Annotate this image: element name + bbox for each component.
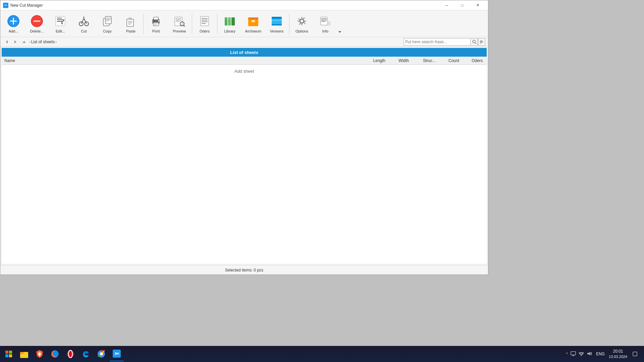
- svg-point-56: [300, 19, 304, 23]
- maximize-button[interactable]: □: [454, 0, 470, 10]
- svg-rect-59: [321, 20, 327, 20]
- app-icon: ✂: [3, 3, 8, 8]
- tray-monitor[interactable]: [571, 351, 576, 357]
- breadcrumb-item[interactable]: List of sheets: [31, 40, 55, 44]
- copy-icon: [101, 14, 114, 28]
- search-button[interactable]: [471, 38, 478, 46]
- taskbar-datetime: 20:01 13.03.2024: [609, 349, 627, 359]
- svg-rect-38: [201, 16, 209, 26]
- svg-rect-46: [225, 19, 227, 19]
- svg-rect-73: [5, 354, 8, 357]
- edge-icon: [81, 349, 91, 359]
- svg-rect-33: [176, 18, 181, 19]
- svg-line-37: [183, 25, 185, 26]
- cut-button[interactable]: Cut: [72, 11, 96, 37]
- col-length-header: Length: [361, 58, 388, 63]
- chrome-icon: [96, 349, 106, 359]
- svg-rect-34: [176, 20, 181, 20]
- archiwum-label: Archiwum: [245, 29, 261, 33]
- svg-rect-22: [129, 18, 131, 20]
- breadcrumb: › List of sheets ›: [29, 40, 402, 44]
- options-label: Options: [296, 29, 308, 33]
- add-icon: [7, 14, 20, 28]
- add-label: Add...: [9, 29, 18, 33]
- tray-volume[interactable]: [587, 351, 592, 357]
- start-button[interactable]: [1, 347, 16, 361]
- col-name-header: Name: [3, 58, 361, 63]
- notification-button[interactable]: [630, 349, 640, 359]
- tray-expand[interactable]: ^: [566, 352, 568, 356]
- svg-marker-63: [6, 40, 8, 44]
- svg-rect-54: [272, 22, 282, 23]
- navbar: › List of sheets ›: [0, 37, 488, 47]
- explorer-icon: [19, 349, 29, 359]
- paste-button[interactable]: Paste: [119, 11, 143, 37]
- cutmanager-icon: ✂: [112, 349, 122, 359]
- svg-line-14: [84, 18, 87, 24]
- orders-button[interactable]: Oders: [193, 11, 216, 37]
- sort-button[interactable]: [478, 38, 485, 46]
- taskbar-edge[interactable]: [78, 347, 93, 361]
- search-input[interactable]: [404, 38, 471, 46]
- svg-rect-85: [571, 352, 576, 355]
- svg-rect-50: [252, 20, 255, 22]
- col-count-header: Count: [438, 58, 462, 63]
- separator-4: [289, 14, 289, 34]
- taskbar-cutmanager[interactable]: ✂: [109, 347, 124, 361]
- taskbar-explorer[interactable]: [17, 347, 32, 361]
- svg-rect-8: [57, 21, 62, 22]
- window-title: New Cut Manager: [10, 3, 43, 8]
- svg-rect-30: [154, 24, 157, 25]
- svg-rect-74: [9, 354, 12, 357]
- svg-rect-60: [321, 21, 325, 22]
- veneers-label: Veneers: [270, 29, 283, 33]
- delete-button[interactable]: Delete...: [25, 11, 49, 37]
- toolbar-dropdown[interactable]: [337, 11, 342, 37]
- orders-label: Oders: [200, 29, 210, 33]
- edit-icon: [54, 14, 67, 28]
- up-button[interactable]: [20, 38, 28, 46]
- forward-button[interactable]: [12, 38, 19, 46]
- toolbar: Add... Delete...: [0, 10, 488, 37]
- taskbar-opera[interactable]: [63, 347, 78, 361]
- svg-rect-25: [128, 24, 131, 24]
- archiwum-button[interactable]: Archiwum: [241, 11, 265, 37]
- copy-button[interactable]: Copy: [96, 11, 119, 37]
- svg-marker-62: [338, 31, 341, 33]
- statusbar: Selected items: 0 pcs: [0, 265, 488, 275]
- svg-rect-18: [106, 18, 111, 18]
- info-button[interactable]: i Info: [314, 11, 337, 37]
- options-button[interactable]: Options: [290, 11, 314, 37]
- svg-rect-24: [128, 22, 132, 23]
- status-text: Selected items: 0 pcs: [225, 268, 263, 273]
- preview-button[interactable]: Preview: [168, 11, 191, 37]
- taskbar-chrome[interactable]: [94, 347, 109, 361]
- minimize-button[interactable]: ─: [439, 0, 454, 10]
- taskbar-brave[interactable]: [32, 347, 47, 361]
- svg-text:✂: ✂: [115, 351, 119, 357]
- add-sheet-button[interactable]: Add sheet: [234, 69, 254, 74]
- library-button[interactable]: Library: [218, 11, 241, 37]
- print-button[interactable]: Print: [144, 11, 168, 37]
- veneers-button[interactable]: Veneers: [265, 11, 288, 37]
- svg-rect-17: [105, 16, 111, 24]
- cut-label: Cut: [81, 29, 87, 33]
- delete-icon: [30, 14, 44, 28]
- svg-rect-19: [106, 19, 111, 20]
- veneers-icon: [270, 14, 283, 28]
- separator-1: [143, 14, 144, 34]
- taskbar-tray: ^ ENG 20:01 13.03.2024: [566, 349, 643, 359]
- svg-rect-6: [57, 18, 62, 18]
- taskbar-lang: ENG: [596, 352, 605, 356]
- close-button[interactable]: ✕: [470, 0, 485, 10]
- svg-marker-89: [587, 352, 590, 355]
- brave-icon: [35, 349, 45, 359]
- add-button[interactable]: Add...: [2, 11, 25, 37]
- edit-button[interactable]: Edit...: [49, 11, 72, 37]
- svg-text:i: i: [328, 22, 329, 25]
- col-width-header: Width: [388, 58, 412, 63]
- back-button[interactable]: [3, 38, 10, 46]
- taskbar-firefox[interactable]: [48, 347, 62, 361]
- svg-rect-39: [202, 18, 208, 19]
- tray-network[interactable]: [579, 351, 584, 357]
